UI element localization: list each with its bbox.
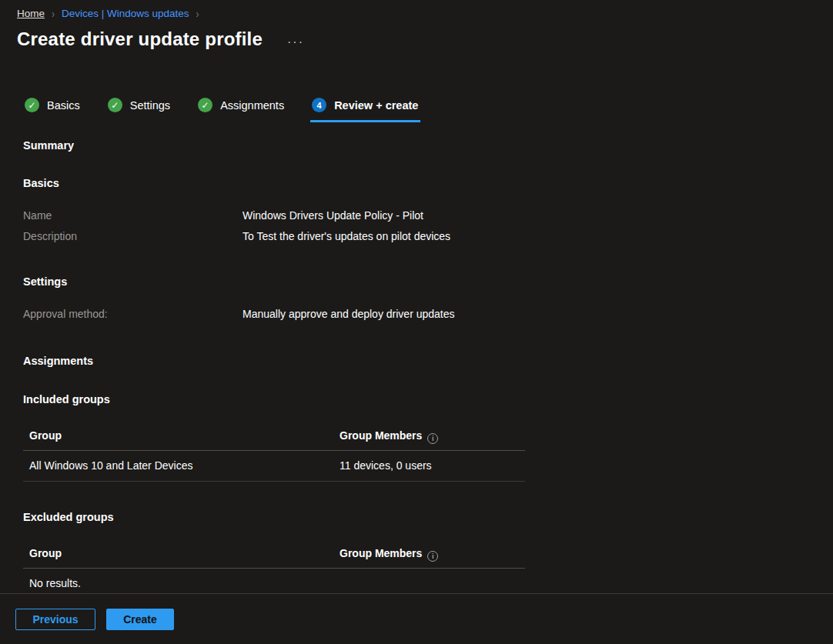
tab-review-create[interactable]: 4 Review + create xyxy=(310,98,420,122)
included-groups-table: Group Group Membersi All Windows 10 and … xyxy=(23,422,525,482)
check-icon: ✓ xyxy=(198,98,212,112)
tab-settings-label: Settings xyxy=(130,99,170,112)
settings-section-heading: Settings xyxy=(23,275,833,288)
detail-row-approval-method: Approval method: Manually approve and de… xyxy=(23,304,833,325)
table-header-row: Group Group Membersi xyxy=(23,422,525,451)
tab-basics[interactable]: ✓ Basics xyxy=(23,98,82,122)
column-header-group-members: Group Membersi xyxy=(340,547,525,560)
info-icon[interactable]: i xyxy=(427,551,438,562)
basics-section-heading: Basics xyxy=(23,177,833,189)
tab-assignments-label: Assignments xyxy=(220,99,284,112)
wizard-tabs: ✓ Basics ✓ Settings ✓ Assignments 4 Revi… xyxy=(23,98,833,122)
description-label: Description xyxy=(23,226,243,247)
create-button[interactable]: Create xyxy=(106,609,174,630)
step-number-badge: 4 xyxy=(312,98,326,112)
basics-detail-rows: Name Windows Drivers Update Policy - Pil… xyxy=(23,205,833,247)
column-header-group-members: Group Membersi xyxy=(340,429,525,442)
page-title: Create driver update profile xyxy=(17,28,263,50)
excluded-groups-heading: Excluded groups xyxy=(23,511,833,523)
table-header-row: Group Group Membersi xyxy=(23,540,525,569)
more-options-icon[interactable]: ··· xyxy=(287,32,304,46)
group-name-cell: All Windows 10 and Later Devices xyxy=(29,459,340,472)
create-driver-update-profile-page: Home › Devices | Windows updates › Creat… xyxy=(0,0,833,644)
approval-method-value: Manually approve and deploy driver updat… xyxy=(243,304,833,325)
info-icon[interactable]: i xyxy=(427,433,438,444)
column-header-group-members-label: Group Members xyxy=(340,547,422,559)
check-icon: ✓ xyxy=(108,98,122,112)
tab-review-create-label: Review + create xyxy=(334,99,418,112)
assignments-section-heading: Assignments xyxy=(23,355,833,367)
column-header-group: Group xyxy=(29,429,340,442)
breadcrumb: Home › Devices | Windows updates › xyxy=(0,0,833,19)
settings-detail-rows: Approval method: Manually approve and de… xyxy=(23,304,833,325)
chevron-right-icon: › xyxy=(52,7,55,19)
wizard-footer: Previous Create xyxy=(0,593,833,644)
detail-row-name: Name Windows Drivers Update Policy - Pil… xyxy=(23,205,833,226)
title-row: Create driver update profile ··· xyxy=(17,28,833,50)
approval-method-label: Approval method: xyxy=(23,304,243,325)
excluded-groups-table: Group Group Membersi No results. xyxy=(23,540,525,599)
summary-heading: Summary xyxy=(23,139,833,152)
name-label: Name xyxy=(23,205,243,226)
tab-basics-label: Basics xyxy=(47,99,80,112)
group-members-cell: 11 devices, 0 users xyxy=(340,459,525,472)
included-groups-heading: Included groups xyxy=(23,393,833,405)
tab-assignments[interactable]: ✓ Assignments xyxy=(196,98,286,122)
column-header-group-members-label: Group Members xyxy=(340,429,422,442)
name-value: Windows Drivers Update Policy - Pilot xyxy=(243,205,833,226)
breadcrumb-devices-windows-updates-link[interactable]: Devices | Windows updates xyxy=(62,8,189,19)
table-row[interactable]: All Windows 10 and Later Devices 11 devi… xyxy=(23,451,525,482)
description-value: To Test the driver's updates on pilot de… xyxy=(243,226,833,247)
chevron-right-icon: › xyxy=(196,7,199,19)
breadcrumb-home-link[interactable]: Home xyxy=(17,8,45,19)
column-header-group: Group xyxy=(29,547,340,560)
tab-settings[interactable]: ✓ Settings xyxy=(106,98,172,122)
no-results-text: No results. xyxy=(29,577,525,589)
detail-row-description: Description To Test the driver's updates… xyxy=(23,226,833,247)
previous-button[interactable]: Previous xyxy=(15,609,95,630)
check-icon: ✓ xyxy=(25,98,39,112)
